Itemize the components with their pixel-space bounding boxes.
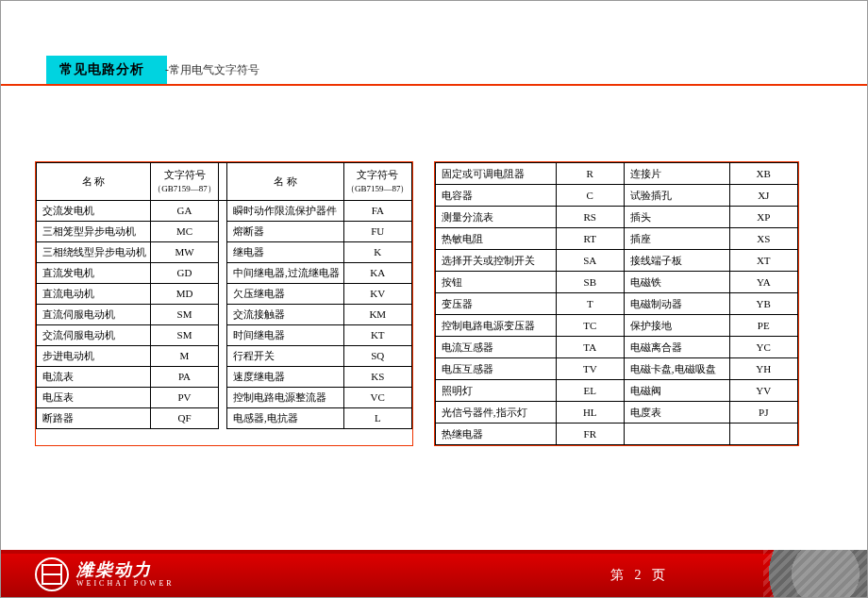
t1-r-n: 速度继电器 xyxy=(227,366,344,387)
t2-l-s: HL xyxy=(556,402,624,424)
table-2: 固定或可调电阻器R连接片XB电容器C试验插孔XJ测量分流表RS插头XP热敏电阻R… xyxy=(434,161,799,446)
footer-bar: 潍柴动力 WEICHAI POWER 第 2 页 xyxy=(1,550,867,597)
t1-r-n: 中间继电器,过流继电器 xyxy=(227,262,344,283)
t2-l-n: 选择开关或控制开关 xyxy=(435,250,556,272)
gap xyxy=(219,304,227,324)
gap xyxy=(219,241,227,262)
table-row: 电流互感器TA电磁离合器YC xyxy=(435,337,797,358)
t1-r-s: VC xyxy=(343,387,411,407)
t2-r-s xyxy=(729,424,797,445)
t2-l-n: 变压器 xyxy=(435,293,556,315)
t2-l-s: TV xyxy=(556,358,624,380)
t2-l-s: TA xyxy=(556,337,624,358)
t2-r-s: YC xyxy=(729,337,797,358)
t2-r-n: 电磁制动器 xyxy=(624,293,729,315)
t1-l-s: GD xyxy=(151,262,219,283)
table-row: 三相绕线型异步电动机MW继电器K xyxy=(37,241,412,262)
t2-l-s: RS xyxy=(556,207,624,228)
gap xyxy=(219,324,227,345)
brand-cn: 潍柴动力 xyxy=(76,561,175,578)
t2-r-s: XB xyxy=(729,163,797,185)
header-divider xyxy=(1,84,867,86)
t1-h-sym2: 文字符号 （GB7159—87） xyxy=(343,163,411,201)
brand-en: WEICHAI POWER xyxy=(76,580,175,588)
t2-r-n: 电度表 xyxy=(624,402,729,424)
gap xyxy=(219,283,227,304)
brand-logo-icon xyxy=(35,557,69,591)
table-row: 控制电路电源变压器TC保护接地PE xyxy=(435,315,797,337)
t1-r-s: FA xyxy=(343,200,411,221)
table-row: 步进电动机M行程开关SQ xyxy=(37,345,412,366)
table-row: 交流伺服电动机SM时间继电器KT xyxy=(37,324,412,345)
gap xyxy=(219,366,227,387)
tables-container: 名 称 文字符号 （GB7159—87） 名 称 文字符号 （GB7159—87… xyxy=(35,161,850,446)
table-row: 电压表PV控制电路电源整流器VC xyxy=(37,387,412,407)
t2-r-n: 插头 xyxy=(624,207,729,228)
t1-l-n: 交流伺服电动机 xyxy=(37,324,151,345)
t1-r-n: 继电器 xyxy=(227,241,344,262)
table-row: 热继电器FR xyxy=(435,424,797,445)
t2-r-n: 插座 xyxy=(624,228,729,250)
t1-r-n: 电感器,电抗器 xyxy=(227,407,344,428)
t1-r-s: L xyxy=(343,407,411,428)
table-row: 直流电动机MD欠压继电器KV xyxy=(37,283,412,304)
t1-h-sym2-t: 文字符号 xyxy=(357,169,398,180)
table-row: 直流发电机GD中间继电器,过流继电器KA xyxy=(37,262,412,283)
t2-r-s: PE xyxy=(729,315,797,337)
t1-h-sym-t: 文字符号 xyxy=(164,169,206,180)
t2-r-s: YH xyxy=(729,358,797,380)
t2-l-n: 热继电器 xyxy=(435,424,556,445)
t1-l-s: MW xyxy=(151,241,219,262)
t2-l-s: RT xyxy=(556,228,624,250)
t2-r-s: YV xyxy=(729,380,797,402)
t2-r-n: 连接片 xyxy=(624,163,729,185)
t2-l-n: 照明灯 xyxy=(435,380,556,402)
table-row: 光信号器件,指示灯HL电度表PJ xyxy=(435,402,797,424)
t2-l-n: 电容器 xyxy=(435,185,556,207)
t2-r-s: XT xyxy=(729,250,797,272)
page-number: 第 2 页 xyxy=(610,567,669,584)
t1-r-n: 熔断器 xyxy=(227,221,344,241)
table-row: 照明灯EL电磁阀YV xyxy=(435,380,797,402)
gap xyxy=(219,387,227,407)
t1-l-n: 直流伺服电动机 xyxy=(37,304,151,324)
gap xyxy=(219,221,227,241)
t1-h-name: 名 称 xyxy=(37,163,151,201)
t1-r-s: KT xyxy=(343,324,411,345)
t2-l-s: SA xyxy=(556,250,624,272)
brand-logo: 潍柴动力 WEICHAI POWER xyxy=(35,557,175,591)
t2-l-s: SB xyxy=(556,272,624,293)
t2-r-n: 电磁离合器 xyxy=(624,337,729,358)
table-row: 测量分流表RS插头XP xyxy=(435,207,797,228)
gap xyxy=(219,262,227,283)
t2-l-n: 电压互感器 xyxy=(435,358,556,380)
table-row: 电容器C试验插孔XJ xyxy=(435,185,797,207)
t2-r-n: 电磁卡盘,电磁吸盘 xyxy=(624,358,729,380)
t2-l-n: 电流互感器 xyxy=(435,337,556,358)
slide-header: 常见电路分析-常用电气文字符号 xyxy=(46,56,259,84)
t1-l-s: QF xyxy=(151,407,219,428)
t2-l-s: C xyxy=(556,185,624,207)
t1-l-n: 三相笼型异步电动机 xyxy=(37,221,151,241)
t1-h-sym: 文字符号 （GB7159—87） xyxy=(151,163,219,201)
t2-l-s: R xyxy=(556,163,624,185)
t1-h-sym-s: （GB7159—87） xyxy=(153,184,216,193)
table-row: 电流表PA速度继电器KS xyxy=(37,366,412,387)
t2-r-n: 保护接地 xyxy=(624,315,729,337)
t2-r-s: YA xyxy=(729,272,797,293)
t1-r-n: 时间继电器 xyxy=(227,324,344,345)
t1-l-s: SM xyxy=(151,304,219,324)
gap xyxy=(219,200,227,221)
page-suffix: 页 xyxy=(652,568,669,582)
t1-l-n: 三相绕线型异步电动机 xyxy=(37,241,151,262)
t2-r-n: 电磁铁 xyxy=(624,272,729,293)
t1-l-s: M xyxy=(151,345,219,366)
t1-l-s: GA xyxy=(151,200,219,221)
t1-r-n: 欠压继电器 xyxy=(227,283,344,304)
t2-l-n: 固定或可调电阻器 xyxy=(435,163,556,185)
table-row: 三相笼型异步电动机MC熔断器FU xyxy=(37,221,412,241)
t1-l-s: PV xyxy=(151,387,219,407)
t1-r-s: KM xyxy=(343,304,411,324)
t2-l-n: 按钮 xyxy=(435,272,556,293)
t2-l-s: TC xyxy=(556,315,624,337)
